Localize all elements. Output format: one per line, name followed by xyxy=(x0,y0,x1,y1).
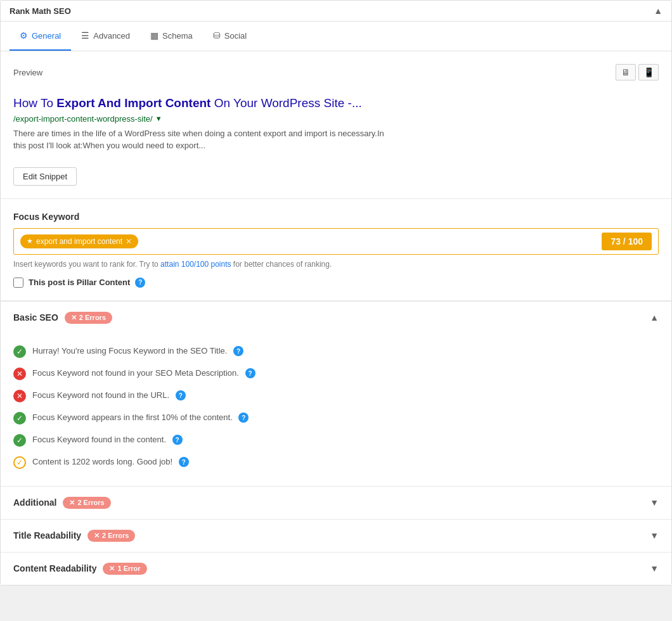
tab-advanced[interactable]: ☰ Advanced xyxy=(71,22,140,51)
pillar-content-label: This post is Pillar Content xyxy=(29,278,130,287)
additional-error-count: 2 Errors xyxy=(77,499,104,506)
focus-keyword-section: Focus Keyword ★ export and import conten… xyxy=(1,199,671,301)
check-red-icon: ✕ xyxy=(13,368,26,380)
keyword-hint-text: Insert keywords you want to rank for. Tr… xyxy=(13,260,160,269)
keyword-hint-suffix: for better chances of ranking. xyxy=(231,260,332,269)
basic-seo-title-row: Basic SEO ✕ 2 Errors xyxy=(13,312,112,324)
error-badge-x: ✕ xyxy=(109,565,115,573)
title-readability-error-badge: ✕ 2 Errors xyxy=(87,530,135,542)
check-text: Focus Keyword not found in your SEO Meta… xyxy=(32,367,659,380)
seo-check-item: ✕ Focus Keyword not found in the URL. ? xyxy=(13,385,659,407)
additional-section: Additional ✕ 2 Errors ▼ xyxy=(1,486,671,519)
check-text: Focus Keyword found in the content. ? xyxy=(32,433,659,446)
preview-label: Preview xyxy=(13,68,42,77)
check-text: Focus Keyword appears in the first 10% o… xyxy=(32,411,659,424)
check-red-icon: ✕ xyxy=(13,390,26,402)
keyword-tag: ★ export and import content ✕ xyxy=(20,234,138,248)
pillar-help-icon[interactable]: ? xyxy=(135,278,145,288)
content-readability-error-count: 1 Error xyxy=(117,565,140,572)
tab-general[interactable]: ⚙ General xyxy=(10,22,71,51)
additional-header[interactable]: Additional ✕ 2 Errors ▼ xyxy=(1,487,671,519)
title-readability-header[interactable]: Title Readability ✕ 2 Errors ▼ xyxy=(1,520,671,552)
check-help-icon[interactable]: ? xyxy=(179,457,189,467)
panel-header: Rank Math SEO ▲ xyxy=(1,1,671,22)
basic-seo-error-count: 2 Errors xyxy=(79,314,106,321)
preview-header: Preview 🖥 📱 xyxy=(13,64,659,80)
search-title-rest: On Your WordPress Site -... xyxy=(210,96,361,110)
edit-snippet-button[interactable]: Edit Snippet xyxy=(13,167,77,186)
pillar-content-checkbox[interactable] xyxy=(13,278,23,288)
content-readability-chevron-icon: ▼ xyxy=(650,563,659,573)
check-green-icon: ✓ xyxy=(13,412,26,425)
check-help-icon[interactable]: ? xyxy=(233,346,243,356)
keyword-text: export and import content xyxy=(36,237,122,246)
title-readability-title: Title Readability xyxy=(13,530,81,541)
check-text: Focus Keyword not found in the URL. ? xyxy=(32,389,659,402)
content-readability-header[interactable]: Content Readability ✕ 1 Error ▼ xyxy=(1,553,671,585)
search-description: There are times in the life of a WordPre… xyxy=(13,127,394,152)
mobile-preview-button[interactable]: 📱 xyxy=(638,64,659,80)
check-help-icon[interactable]: ? xyxy=(245,368,255,378)
basic-seo-body: ✓ Hurray! You're using Focus Keyword in … xyxy=(1,334,671,486)
check-text: Hurray! You're using Focus Keyword in th… xyxy=(32,345,659,357)
title-readability-chevron-icon: ▼ xyxy=(650,530,659,541)
tab-schema-label: Schema xyxy=(162,31,193,41)
content-readability-section: Content Readability ✕ 1 Error ▼ xyxy=(1,552,671,585)
title-readability-section: Title Readability ✕ 2 Errors ▼ xyxy=(1,519,671,552)
panel-title: Rank Math SEO xyxy=(10,6,71,16)
search-preview: How To Export And Import Content On Your… xyxy=(13,89,659,158)
search-title-bold: Export And Import Content xyxy=(56,96,210,110)
additional-title-row: Additional ✕ 2 Errors xyxy=(13,497,111,509)
pillar-content-row: This post is Pillar Content ? xyxy=(13,278,659,288)
seo-check-item: ✓ Focus Keyword found in the content. ? xyxy=(13,429,659,451)
basic-seo-title: Basic SEO xyxy=(13,312,58,323)
url-text: /export-import-content-wordpress-site/ xyxy=(13,114,153,124)
additional-chevron-icon: ▼ xyxy=(650,497,659,508)
tab-social-label: Social xyxy=(224,31,247,41)
keyword-remove-button[interactable]: ✕ xyxy=(126,237,132,246)
error-badge-x: ✕ xyxy=(94,532,100,540)
check-help-icon[interactable]: ? xyxy=(172,435,183,445)
tab-bar: ⚙ General ☰ Advanced ▦ Schema ⛁ Social xyxy=(1,22,671,51)
basic-seo-header[interactable]: Basic SEO ✕ 2 Errors ▲ xyxy=(1,302,671,334)
panel-collapse-button[interactable]: ▲ xyxy=(654,6,662,16)
attain-points-link[interactable]: attain 100/100 points xyxy=(160,260,231,269)
rank-math-panel: Rank Math SEO ▲ ⚙ General ☰ Advanced ▦ S… xyxy=(0,0,672,586)
keyword-input-wrap[interactable]: ★ export and import content ✕ 73 / 100 xyxy=(13,228,659,255)
content-readability-title-row: Content Readability ✕ 1 Error xyxy=(13,563,147,575)
check-label: Content is 1202 words long. Good job! xyxy=(32,457,172,466)
tab-general-label: General xyxy=(32,31,61,41)
tab-schema[interactable]: ▦ Schema xyxy=(140,22,203,51)
search-url: /export-import-content-wordpress-site/ ▼ xyxy=(13,114,659,124)
seo-check-item: ✓ Focus Keyword appears in the first 10%… xyxy=(13,407,659,429)
check-label: Focus Keyword not found in your SEO Meta… xyxy=(32,368,239,378)
basic-seo-chevron-icon: ▲ xyxy=(650,312,659,323)
check-green-icon: ✓ xyxy=(13,345,26,358)
check-label: Focus Keyword appears in the first 10% o… xyxy=(32,413,233,422)
desktop-icon: 🖥 xyxy=(621,67,630,77)
title-readability-title-row: Title Readability ✕ 2 Errors xyxy=(13,530,135,542)
check-help-icon[interactable]: ? xyxy=(238,413,249,423)
keyword-score: 73 / 100 xyxy=(602,233,652,250)
preview-section: Preview 🖥 📱 How To Export And Import Con… xyxy=(1,51,671,199)
mobile-icon: 📱 xyxy=(643,67,654,77)
search-title: How To Export And Import Content On Your… xyxy=(13,96,659,112)
advanced-tab-icon: ☰ xyxy=(81,30,89,41)
search-title-plain: How To xyxy=(13,96,56,110)
title-readability-error-count: 2 Errors xyxy=(102,532,129,539)
check-label: Hurray! You're using Focus Keyword in th… xyxy=(32,346,227,355)
desktop-preview-button[interactable]: 🖥 xyxy=(616,64,636,80)
additional-title: Additional xyxy=(13,497,56,508)
focus-keyword-label: Focus Keyword xyxy=(13,212,659,222)
content-readability-title: Content Readability xyxy=(13,563,96,573)
social-tab-icon: ⛁ xyxy=(213,30,221,41)
check-green-icon: ✓ xyxy=(13,434,26,447)
check-yellow-icon: ✓ xyxy=(13,456,26,469)
device-button-group: 🖥 📱 xyxy=(616,64,659,80)
check-label: Focus Keyword not found in the URL. xyxy=(32,390,169,400)
keyword-hint: Insert keywords you want to rank for. Tr… xyxy=(13,260,659,269)
check-help-icon[interactable]: ? xyxy=(176,390,186,400)
seo-check-item: ✓ Content is 1202 words long. Good job! … xyxy=(13,451,659,473)
basic-seo-section: Basic SEO ✕ 2 Errors ▲ ✓ Hurray! You're … xyxy=(1,301,671,486)
tab-social[interactable]: ⛁ Social xyxy=(203,22,257,51)
